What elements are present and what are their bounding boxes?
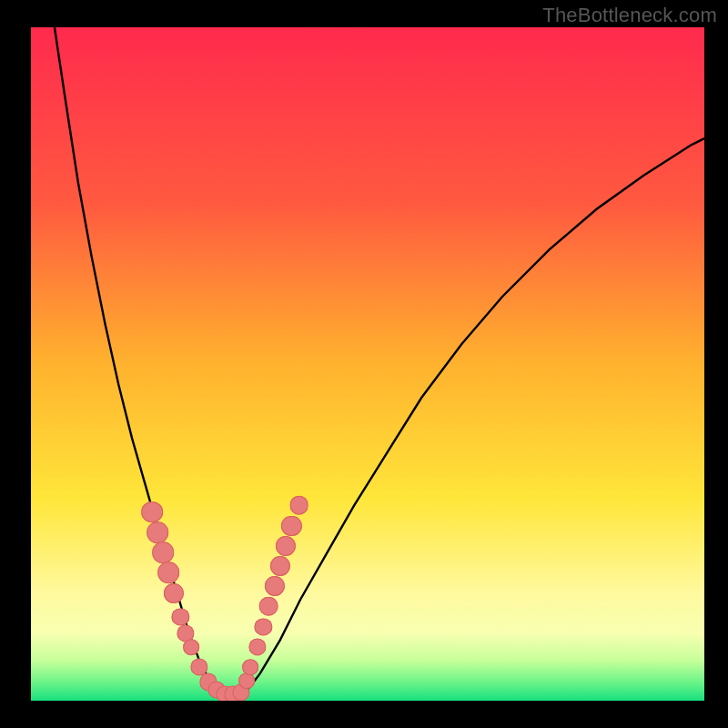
data-point xyxy=(259,597,278,616)
data-point xyxy=(147,521,168,543)
data-point xyxy=(141,501,163,523)
data-point xyxy=(183,639,199,655)
bottleneck-curve xyxy=(31,27,704,701)
data-point xyxy=(152,541,174,563)
data-point xyxy=(289,496,308,515)
watermark-text: TheBottleneck.com xyxy=(542,4,717,27)
plot-area xyxy=(31,27,704,701)
chart-frame: TheBottleneck.com xyxy=(0,0,728,728)
data-point xyxy=(157,562,179,584)
data-point xyxy=(242,659,258,675)
